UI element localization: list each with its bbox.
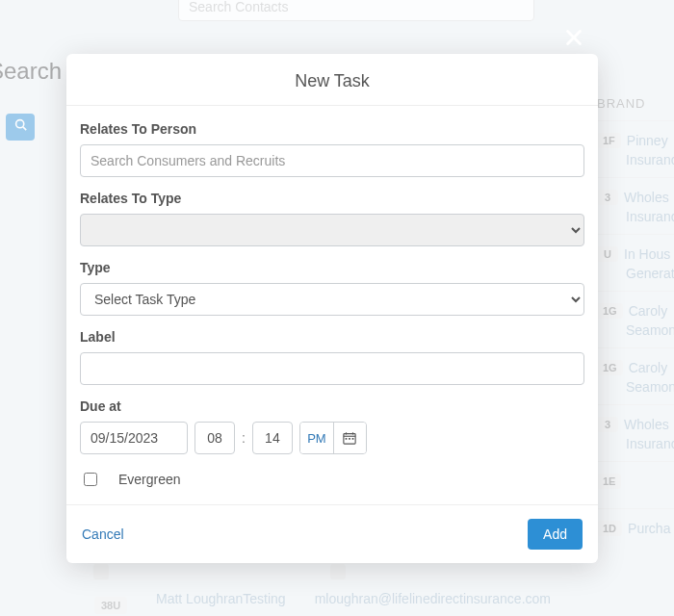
add-button[interactable]: Add <box>528 519 583 550</box>
svg-rect-9 <box>350 438 351 440</box>
due-minute-input[interactable] <box>252 422 293 454</box>
type-select[interactable]: Select Task Type <box>80 283 584 316</box>
close-icon[interactable] <box>563 25 584 55</box>
svg-rect-10 <box>352 438 354 440</box>
due-hour-input[interactable] <box>194 422 235 454</box>
new-task-modal: New Task Relates To Person Relates To Ty… <box>66 54 598 563</box>
relates-to-person-label: Relates To Person <box>80 121 584 137</box>
cancel-button[interactable]: Cancel <box>82 526 124 542</box>
due-date-input[interactable] <box>80 422 188 454</box>
label-input[interactable] <box>80 352 584 385</box>
type-label: Type <box>80 260 584 275</box>
evergreen-label: Evergreen <box>118 472 181 487</box>
relates-to-type-select[interactable] <box>80 214 584 246</box>
svg-rect-8 <box>346 438 348 440</box>
due-at-label: Due at <box>80 398 584 414</box>
relates-to-person-input[interactable] <box>80 144 584 177</box>
ampm-toggle[interactable]: PM <box>300 423 333 453</box>
calendar-icon[interactable] <box>333 423 366 453</box>
relates-to-type-label: Relates To Type <box>80 191 584 206</box>
modal-title: New Task <box>66 54 598 106</box>
evergreen-checkbox[interactable] <box>84 473 97 486</box>
label-label: Label <box>80 329 584 345</box>
time-colon: : <box>242 430 246 446</box>
